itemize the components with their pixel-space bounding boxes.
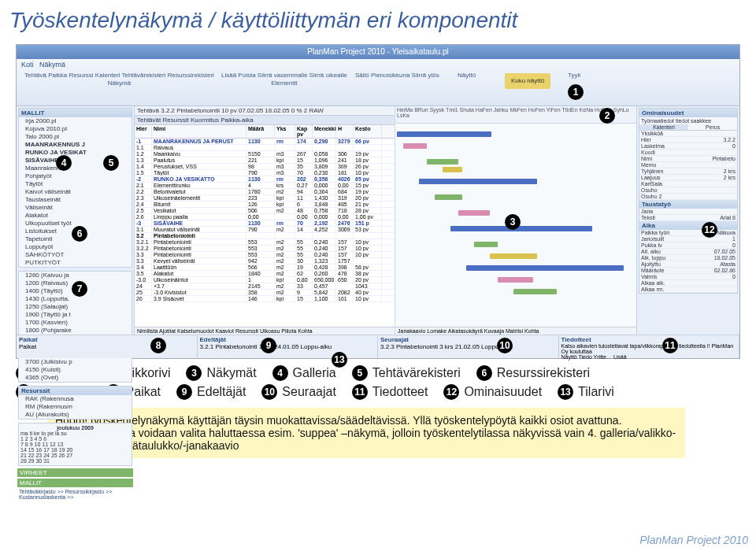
- col-nimi[interactable]: Nimi: [152, 125, 246, 138]
- panel-resurssit[interactable]: Resurssit RAK (Rakennusa RM (Rakennusm A…: [18, 386, 132, 420]
- list-item[interactable]: Väliseinät: [19, 204, 132, 212]
- list-item[interactable]: 4365 (Ovet): [19, 374, 132, 382]
- property-row[interactable]: Laskelma0: [639, 143, 737, 150]
- properties-table[interactable]: JanaTekstiArial 8: [639, 209, 737, 221]
- panel-seuraajat[interactable]: Seuraajat 3.2.3 Pintabetonointi 3 krs 21…: [378, 335, 559, 358]
- property-row[interactable]: Osuho 2: [639, 194, 737, 200]
- col-hier[interactable]: Hier: [135, 125, 152, 138]
- list-item[interactable]: Kojuva 2010.pl: [19, 125, 132, 133]
- col-kap[interactable]: Kap pv: [295, 125, 313, 138]
- property-row[interactable]: Memo: [639, 162, 737, 168]
- ribbon-group-nakyma[interactable]: Tehtävä Paikka Resurssi Kalenteri Tehtäv…: [24, 72, 214, 87]
- col-yks[interactable]: Yks: [275, 125, 295, 138]
- list-item[interactable]: PUTKITYÖT: [19, 259, 132, 267]
- property-row[interactable]: Alkaa alk.: [639, 280, 737, 287]
- property-row[interactable]: Ait. alku07.02.05: [639, 249, 737, 255]
- list-item[interactable]: AU (Aliurakoits): [19, 411, 132, 419]
- ribbon-tab-view[interactable]: Näkymä: [39, 61, 65, 68]
- col-kesto[interactable]: Kesto: [354, 125, 382, 138]
- property-row[interactable]: Alkaa rm.: [639, 287, 737, 293]
- panel-header: Ominaisuudet: [639, 109, 737, 117]
- ribbon-group-3[interactable]: Säilö Pienoisikkuna Siirrä ylös: [355, 72, 439, 79]
- property-row[interactable]: Yksikköä: [639, 131, 737, 137]
- gantt-bar[interactable]: [498, 277, 533, 283]
- panel-tiedotteet[interactable]: Tiedotteet Katso alkavien tulostettavat …: [559, 335, 740, 358]
- list-item[interactable]: MAANRAKENNUS J: [19, 141, 132, 149]
- gantt-footer-tools[interactable]: Janakaavio Lomake Aikatasokäyrä Kuvaaja …: [395, 327, 636, 335]
- list-item[interactable]: SÄHKÖTYÖT: [19, 251, 132, 259]
- list-item[interactable]: RM (Rakennusm: [19, 403, 132, 411]
- property-row[interactable]: KartSala: [639, 181, 737, 187]
- property-row[interactable]: Määräote02.02.86: [639, 268, 737, 274]
- property-row[interactable]: Jana: [639, 209, 737, 215]
- property-row[interactable]: Tyhjänen2 krs: [639, 168, 737, 175]
- property-row[interactable]: Osuho: [639, 187, 737, 194]
- list-item[interactable]: Taustaseinät: [19, 196, 132, 204]
- panel-virheet[interactable]: VIRHEET: [17, 468, 133, 477]
- list-item[interactable]: Alakatot: [19, 212, 132, 220]
- calendar-week[interactable]: 21 22 23 24 25 26 27: [20, 453, 130, 458]
- panel-paikat[interactable]: Paikat Paikat: [17, 335, 198, 358]
- tab-kalenteri[interactable]: Kalenteri: [639, 124, 688, 130]
- calendar-week[interactable]: 14 15 16 17 18 19 20: [20, 447, 130, 453]
- list-item[interactable]: 1430 (Lopputta.: [19, 295, 132, 303]
- list-item[interactable]: 1800 (Pohjarake: [19, 327, 132, 335]
- ribbon-group-elementit[interactable]: Lisää Poista Siirrä vasemmalle Siirrä oi…: [221, 72, 347, 87]
- property-row[interactable]: Hier3.2.2: [639, 137, 737, 143]
- list-item[interactable]: 4150 (Kuisti): [19, 366, 132, 374]
- property-row[interactable]: Alk. toppu18.02.05: [639, 255, 737, 261]
- gantt-bar[interactable]: [427, 159, 458, 165]
- list-item[interactable]: Talo 2000.pl: [19, 133, 132, 141]
- list-item[interactable]: Lopputyöt: [19, 243, 132, 251]
- panel-mallit[interactable]: MALLIT Irja 2000.pl Kojuva 2010.pl Talo …: [18, 108, 132, 268]
- list-item[interactable]: 1250 (Salaojat): [19, 303, 132, 311]
- property-row[interactable]: AjoityttuAtasta: [639, 261, 737, 268]
- col-menekki[interactable]: Menekki: [313, 125, 336, 138]
- gantt-bar[interactable]: [419, 179, 537, 184]
- list-item[interactable]: 3700 (Julkisivu p: [19, 358, 132, 366]
- ribbon-koko-naytto[interactable]: Koko näyttö: [505, 73, 550, 89]
- property-row[interactable]: TekstiArial 8: [639, 215, 737, 221]
- gantt-bar[interactable]: [450, 226, 592, 231]
- gantt-bar[interactable]: [403, 143, 427, 149]
- list-item[interactable]: 1900 (Täyttö ja t: [19, 311, 132, 319]
- tab-perus[interactable]: Perus: [688, 124, 737, 130]
- list-item[interactable]: 1700 (Kasvien): [19, 319, 132, 327]
- panel-ominaisuudet[interactable]: Ominaisuudet Työmaatiedot tiedot saakkee…: [639, 108, 738, 294]
- property-row[interactable]: Paikka työnNäkuva: [639, 230, 737, 236]
- list-item[interactable]: RAK (Rakennusa: [19, 395, 132, 403]
- properties-table[interactable]: YksikköäHier3.2.2Laskelma0KoodiNimiPinta…: [639, 131, 737, 200]
- property-row[interactable]: Laajuus2 krs: [639, 175, 737, 181]
- property-row[interactable]: Valmis0: [639, 274, 737, 280]
- property-row[interactable]: NimiPintabeto: [639, 156, 737, 162]
- calendar-week[interactable]: 7 8 9 10 11 12 13: [20, 442, 130, 447]
- list-item[interactable]: Irja 2000.pl: [19, 117, 132, 125]
- list-item[interactable]: Täytöt: [19, 180, 132, 188]
- panel-calendar[interactable]: joulukuu 2009 ma ti ke to pe la su 1 2 3…: [18, 423, 132, 466]
- gantt-bar[interactable]: [397, 131, 491, 137]
- properties-table[interactable]: Paikka työnNäkuvaJanoisuilt1Pukka tv0Ait…: [639, 230, 737, 293]
- list-item[interactable]: Pohjatyöt: [19, 172, 132, 180]
- panel-edeltajat[interactable]: Edeltäjät 3.2.1 Pintabetonointi 1 krs 24…: [198, 335, 379, 358]
- calendar-week[interactable]: 1 2 3 4 5 6: [20, 436, 130, 442]
- property-row[interactable]: Pukka tv0: [639, 242, 737, 249]
- col-h[interactable]: H: [336, 125, 354, 138]
- calendar-week[interactable]: 28 29 30 31: [20, 458, 130, 464]
- gantt-bar[interactable]: [435, 194, 462, 200]
- property-row[interactable]: Koodi: [639, 150, 737, 156]
- ribbon-tab-home[interactable]: Koti: [21, 61, 34, 68]
- list-item[interactable]: Kaivot väliseinät: [19, 188, 132, 196]
- link-list[interactable]: Tehtäväkirjasto >> Resurssikirjasto >> K…: [17, 488, 134, 501]
- col-maara[interactable]: Määrä: [246, 125, 275, 138]
- property-row[interactable]: Janoisuilt1: [639, 236, 737, 242]
- marker-10: 10: [497, 338, 513, 353]
- gantt-bar[interactable]: [490, 253, 537, 259]
- gantt-bar[interactable]: [458, 210, 490, 216]
- ribbon-tabs[interactable]: Koti Näkymä: [21, 61, 65, 68]
- gantt-bar[interactable]: [513, 289, 557, 294]
- gantt-bar[interactable]: [443, 167, 462, 172]
- gantt-bar[interactable]: [466, 265, 624, 271]
- list-item[interactable]: 1260 (Kaivuu ja: [19, 272, 132, 279]
- gantt-bar[interactable]: [474, 242, 498, 247]
- panel-mallit-btn[interactable]: MALLIT: [17, 479, 133, 487]
